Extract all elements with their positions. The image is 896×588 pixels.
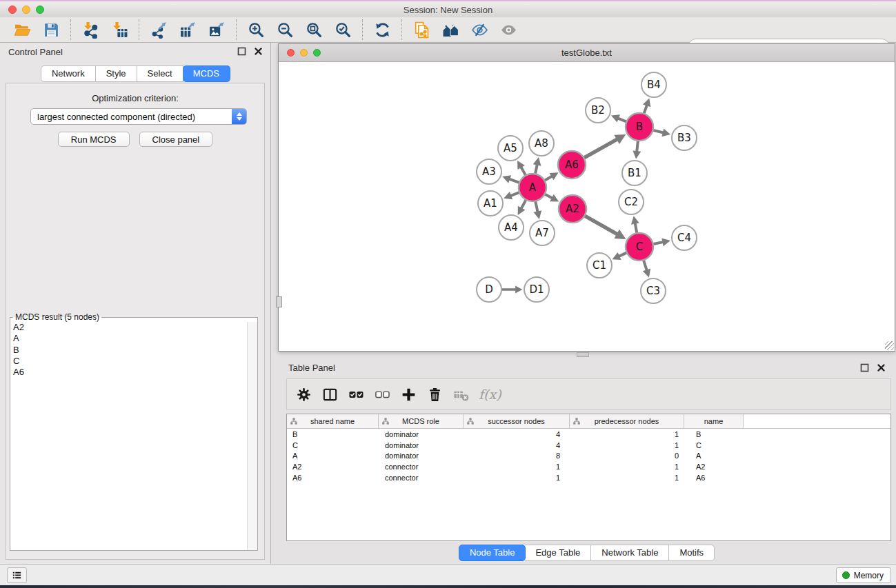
- graph-node-A8[interactable]: A8: [529, 131, 554, 156]
- result-item[interactable]: B: [10, 345, 248, 356]
- graph-edge-A-A5[interactable]: [517, 161, 526, 175]
- tab-network[interactable]: Network: [41, 65, 96, 82]
- refresh-button[interactable]: [370, 19, 395, 41]
- graph-edge-B-B4[interactable]: [643, 98, 650, 113]
- tab-select[interactable]: Select: [137, 65, 183, 82]
- graph-node-B2[interactable]: B2: [586, 98, 610, 123]
- tab-mcds[interactable]: MCDS: [183, 65, 230, 82]
- graph-edge-B-B3[interactable]: [653, 129, 670, 137]
- zoom-fit-button[interactable]: [301, 19, 326, 41]
- show-all-columns-button[interactable]: [345, 383, 367, 406]
- hide-all-columns-button[interactable]: [371, 383, 393, 406]
- table-cell[interactable]: 4: [464, 441, 570, 449]
- table-row[interactable]: A2connector11A2: [287, 461, 890, 472]
- column-header-successor-nodes[interactable]: successor nodes: [464, 414, 570, 428]
- graph-node-A6[interactable]: A6: [558, 151, 586, 179]
- table-cell[interactable]: A6: [287, 474, 379, 482]
- graph-node-B1[interactable]: B1: [622, 161, 647, 185]
- graph-edge-A-A2[interactable]: [545, 194, 559, 202]
- mcds-result-list[interactable]: A2ABCA6: [10, 322, 248, 550]
- graph-node-A[interactable]: A: [519, 174, 546, 201]
- graph-edge-C-C4[interactable]: [653, 238, 670, 246]
- table-cell[interactable]: 1: [570, 441, 684, 449]
- table-cell[interactable]: 1: [570, 474, 684, 482]
- table-cell[interactable]: 4: [464, 430, 570, 438]
- graph-node-D1[interactable]: D1: [524, 277, 549, 302]
- graph-node-B3[interactable]: B3: [672, 125, 697, 150]
- close-control-panel-button[interactable]: [253, 46, 263, 57]
- table-row[interactable]: Cdominator41C: [287, 440, 890, 451]
- graph-node-C1[interactable]: C1: [587, 253, 612, 278]
- graph-edge-A-A3[interactable]: [502, 175, 519, 183]
- table-cell[interactable]: A2: [684, 463, 744, 471]
- home-button[interactable]: [438, 19, 463, 41]
- close-table-panel-button[interactable]: [876, 363, 886, 373]
- zoom-in-button[interactable]: [243, 19, 268, 41]
- column-header-predecessor-nodes[interactable]: predecessor nodes: [570, 414, 684, 428]
- tab-node-table[interactable]: Node Table: [459, 545, 526, 561]
- import-network-button[interactable]: [78, 19, 103, 41]
- network-window-titlebar[interactable]: testGlobe.txt: [279, 44, 895, 62]
- table-cell[interactable]: 8: [464, 452, 570, 460]
- graph-node-C[interactable]: C: [626, 233, 653, 261]
- table-cell[interactable]: dominator: [379, 441, 464, 449]
- graph-edge-D-D1[interactable]: [502, 286, 523, 294]
- new-network-from-selection-button[interactable]: [409, 19, 434, 41]
- export-image-button[interactable]: [204, 19, 229, 41]
- graph-edge-C-C1[interactable]: [613, 252, 627, 260]
- table-cell[interactable]: 1: [464, 463, 570, 471]
- result-item[interactable]: C: [10, 356, 248, 367]
- run-mcds-button[interactable]: Run MCDS: [58, 132, 130, 147]
- window-edge-handle[interactable]: [276, 296, 282, 307]
- graph-edge-A-A7[interactable]: [533, 201, 541, 219]
- table-cell[interactable]: 1: [570, 430, 684, 438]
- add-column-button[interactable]: [397, 383, 419, 406]
- graph-edge-A6-B[interactable]: [584, 134, 626, 158]
- table-cell[interactable]: A2: [287, 463, 379, 471]
- hide-panel-eye-slash-button[interactable]: [467, 19, 492, 41]
- column-header-MCDS-role[interactable]: MCDS role: [379, 414, 464, 428]
- table-cell[interactable]: A6: [684, 474, 744, 482]
- graph-node-A7[interactable]: A7: [530, 221, 555, 245]
- graph-node-A2[interactable]: A2: [559, 195, 586, 223]
- table-cell[interactable]: dominator: [379, 430, 464, 438]
- float-control-panel-button[interactable]: [237, 46, 247, 57]
- column-header-shared-name[interactable]: shared name: [287, 414, 379, 428]
- zoom-selected-button[interactable]: [330, 19, 355, 41]
- network-canvas[interactable]: B4B2BB3B1A5A8A6A3AA1C2A2A4A7C4CC1C3DD1: [279, 62, 895, 351]
- graph-node-C3[interactable]: C3: [641, 278, 666, 303]
- window-resize-grip[interactable]: [885, 341, 894, 350]
- table-cell[interactable]: A: [287, 452, 379, 460]
- graph-edge-B-B2[interactable]: [611, 114, 626, 122]
- graph-node-B4[interactable]: B4: [641, 72, 666, 97]
- graph-edge-C-C3[interactable]: [643, 261, 650, 278]
- import-table-button[interactable]: [107, 19, 132, 41]
- table-cell[interactable]: A: [684, 452, 744, 460]
- zoom-out-button[interactable]: [272, 19, 297, 41]
- graph-node-B[interactable]: B: [626, 113, 653, 141]
- export-table-button[interactable]: [175, 19, 200, 41]
- graph-node-C2[interactable]: C2: [619, 190, 644, 214]
- save-session-button[interactable]: [39, 19, 63, 41]
- graph-node-A3[interactable]: A3: [477, 159, 501, 184]
- delete-column-button[interactable]: [424, 383, 446, 406]
- split-divider-handle[interactable]: [577, 352, 589, 357]
- split-table-panel-button[interactable]: [319, 383, 341, 406]
- table-cell[interactable]: connector: [379, 463, 464, 471]
- open-file-button[interactable]: [10, 19, 34, 41]
- graph-node-A4[interactable]: A4: [499, 215, 524, 240]
- tab-network-table[interactable]: Network Table: [591, 545, 669, 561]
- graph-edge-B-B1[interactable]: [633, 141, 641, 159]
- graph-edge-A-A6[interactable]: [545, 172, 559, 180]
- table-cell[interactable]: B: [287, 430, 379, 438]
- result-item[interactable]: A2: [10, 322, 248, 333]
- table-row[interactable]: Adominator80A: [287, 450, 890, 461]
- export-network-button[interactable]: [146, 19, 171, 41]
- memory-button[interactable]: Memory: [836, 567, 891, 583]
- table-cell[interactable]: C: [684, 441, 744, 449]
- graph-edge-A2-C[interactable]: [585, 216, 626, 239]
- graph-edge-A-A1[interactable]: [504, 192, 519, 199]
- table-cell[interactable]: 0: [570, 452, 684, 460]
- graph-node-A1[interactable]: A1: [478, 191, 503, 216]
- table-cell[interactable]: B: [684, 430, 744, 438]
